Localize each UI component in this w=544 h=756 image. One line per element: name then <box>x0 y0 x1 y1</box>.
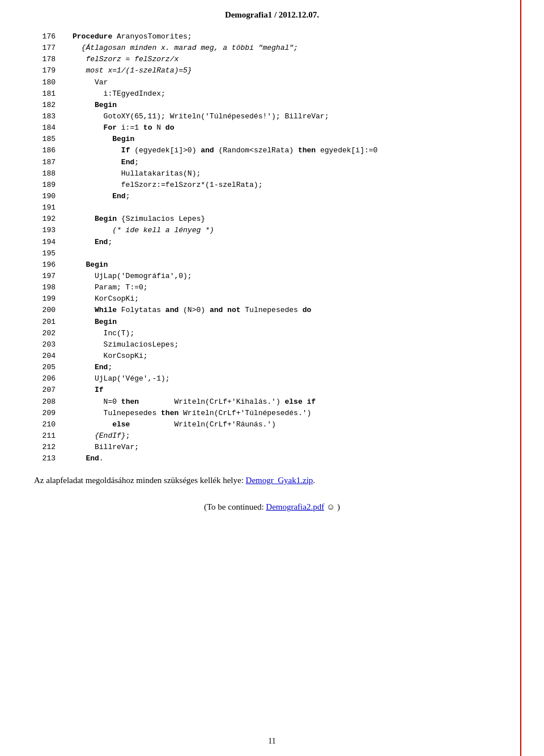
continued-suffix: ☺ ) <box>324 502 340 511</box>
code-line: 186 If (egyedek[i]>0) and (Random<szelRa… <box>34 145 510 156</box>
code-line: 191 <box>34 202 510 213</box>
line-content: SzimulaciosLepes; <box>73 339 178 351</box>
line-number: 209 <box>34 408 56 419</box>
code-line: 196 Begin <box>34 259 510 271</box>
line-content: Var <box>73 77 108 88</box>
code-line: 202 Inc(T); <box>34 328 510 339</box>
line-number: 210 <box>34 419 56 430</box>
line-content <box>73 202 77 213</box>
code-line: 182 Begin <box>34 100 510 111</box>
line-content: While Folytatas and (N>0) and not Tulnep… <box>73 305 311 316</box>
code-line: 193 (* ide kell a lényeg *) <box>34 225 510 236</box>
line-number: 176 <box>34 31 56 42</box>
continued-link[interactable]: Demografia2.pdf <box>266 502 324 511</box>
line-content: GotoXY(65,11); Writeln('Túlnépesedés!');… <box>73 111 329 122</box>
code-line: 184 For i:=1 to N do <box>34 122 510 134</box>
line-number: 200 <box>34 305 56 316</box>
code-line: 192 Begin {Szimulacios Lepes} <box>34 213 510 225</box>
line-content: Inc(T); <box>73 328 134 339</box>
line-number: 183 <box>34 111 56 122</box>
line-number: 187 <box>34 157 56 168</box>
line-number: 195 <box>34 248 56 259</box>
code-line: 209 Tulnepesedes then Writeln(CrLf+'Túln… <box>34 408 510 419</box>
code-line: 197 UjLap('Demográfia',0); <box>34 271 510 282</box>
code-line: 207 If <box>34 385 510 396</box>
line-number: 184 <box>34 122 56 134</box>
line-number: 204 <box>34 351 56 362</box>
line-content: {EndIf}; <box>73 430 130 442</box>
line-content: UjLap('Vége',-1); <box>73 373 170 385</box>
line-content: Begin <box>73 100 117 111</box>
code-line: 204 KorCsopKi; <box>34 351 510 362</box>
line-content: Hullatakaritas(N); <box>73 168 201 180</box>
code-line: 211 {EndIf}; <box>34 430 510 442</box>
line-number: 179 <box>34 65 56 76</box>
line-number: 194 <box>34 237 56 248</box>
code-line: 198 Param; T:=0; <box>34 282 510 293</box>
line-content: End; <box>73 191 130 202</box>
code-line: 188 Hullatakaritas(N); <box>34 168 510 180</box>
code-line: 205 End; <box>34 362 510 373</box>
line-number: 196 <box>34 259 56 271</box>
code-line: 185 Begin <box>34 134 510 145</box>
line-number: 185 <box>34 134 56 145</box>
footer-label: Az alapfeladat megoldásához minden szüks… <box>34 476 246 485</box>
code-line: 178 felSzorz = felSzorz/x <box>34 54 510 65</box>
code-line: 177 {Átlagosan minden x. marad meg, a tö… <box>34 42 510 54</box>
line-content: End; <box>73 237 112 248</box>
code-line: 200 While Folytatas and (N>0) and not Tu… <box>34 305 510 316</box>
line-number: 193 <box>34 225 56 236</box>
line-content: {Átlagosan minden x. marad meg, a többi … <box>73 42 298 54</box>
line-content: End. <box>73 453 104 464</box>
footer-text: Az alapfeladat megoldásához minden szüks… <box>34 476 510 485</box>
code-section: 176 Procedure AranyosTomorites; 177 {Átl… <box>34 31 510 464</box>
code-line: 181 i:TEgyedIndex; <box>34 88 510 100</box>
line-content: most x=1/(1-szelRata)=5} <box>73 65 192 76</box>
line-number: 202 <box>34 328 56 339</box>
code-line: 190 End; <box>34 191 510 202</box>
footer-link[interactable]: Demogr_Gyak1.zip <box>246 476 313 485</box>
line-number: 181 <box>34 88 56 100</box>
line-content: Param; T:=0; <box>73 282 148 293</box>
continued-prefix: (To be continued: <box>204 502 266 511</box>
line-number: 201 <box>34 317 56 328</box>
line-number: 203 <box>34 339 56 351</box>
line-number: 190 <box>34 191 56 202</box>
line-content: KorCsopKi; <box>73 293 139 305</box>
line-content: felSzorz:=felSzorz*(1-szelRata); <box>73 180 262 191</box>
line-number: 191 <box>34 202 56 213</box>
line-number: 199 <box>34 293 56 305</box>
line-number: 213 <box>34 453 56 464</box>
right-border <box>520 0 521 756</box>
line-content: For i:=1 to N do <box>73 122 174 134</box>
line-content: If (egyedek[i]>0) and (Random<szelRata) … <box>73 145 377 156</box>
line-content: KorCsopKi; <box>73 351 148 362</box>
line-content: Procedure AranyosTomorites; <box>73 31 192 42</box>
line-number: 189 <box>34 180 56 191</box>
line-number: 180 <box>34 77 56 88</box>
line-number: 197 <box>34 271 56 282</box>
code-line: 206 UjLap('Vége',-1); <box>34 373 510 385</box>
line-content: N=0 then Writeln(CrLf+'Kihalás.') else i… <box>73 396 316 408</box>
code-line: 187 End; <box>34 157 510 168</box>
line-content: BillreVar; <box>73 442 139 453</box>
line-content: else Writeln(CrLf+'Ráunás.') <box>73 419 276 430</box>
line-number: 206 <box>34 373 56 385</box>
line-number: 178 <box>34 54 56 65</box>
code-line: 208 N=0 then Writeln(CrLf+'Kihalás.') el… <box>34 396 510 408</box>
line-number: 212 <box>34 442 56 453</box>
line-number: 205 <box>34 362 56 373</box>
code-line: 201 Begin <box>34 317 510 328</box>
code-line: 194 End; <box>34 237 510 248</box>
line-content: Begin {Szimulacios Lepes} <box>73 213 205 225</box>
line-content: felSzorz = felSzorz/x <box>73 54 178 65</box>
line-content: Begin <box>73 134 134 145</box>
line-number: 192 <box>34 213 56 225</box>
line-number: 211 <box>34 430 56 442</box>
line-content: (* ide kell a lényeg *) <box>73 225 214 236</box>
line-number: 208 <box>34 396 56 408</box>
page-title: Demografia1 / 2012.12.07. <box>0 0 544 25</box>
page-number: 11 <box>0 737 544 746</box>
line-content: Begin <box>73 259 108 271</box>
code-line: 213 End. <box>34 453 510 464</box>
